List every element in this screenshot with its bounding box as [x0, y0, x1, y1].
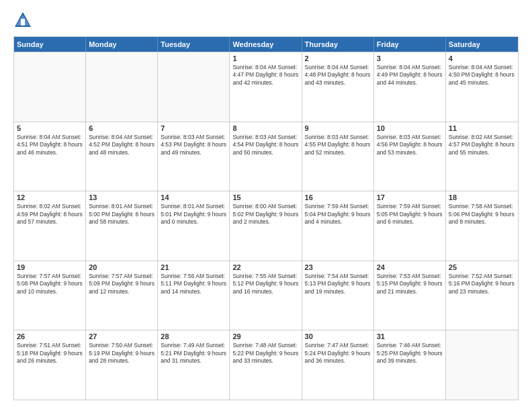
day-number: 10	[377, 124, 443, 132]
day-info: Sunrise: 8:03 AM Sunset: 4:54 PM Dayligh…	[232, 134, 298, 156]
day-info: Sunrise: 8:03 AM Sunset: 4:56 PM Dayligh…	[377, 134, 443, 156]
header-day-saturday: Saturday	[446, 37, 518, 52]
day-info: Sunrise: 7:49 AM Sunset: 5:21 PM Dayligh…	[161, 342, 226, 365]
day-info: Sunrise: 8:04 AM Sunset: 4:49 PM Dayligh…	[377, 64, 443, 87]
day-info: Sunrise: 8:04 AM Sunset: 4:50 PM Dayligh…	[449, 64, 515, 87]
day-cell-13: 13Sunrise: 8:01 AM Sunset: 5:00 PM Dayli…	[86, 191, 158, 261]
day-number: 6	[89, 124, 154, 132]
day-cell-25: 25Sunrise: 7:52 AM Sunset: 5:16 PM Dayli…	[446, 261, 518, 330]
day-number: 16	[305, 193, 371, 201]
header-day-friday: Friday	[374, 37, 446, 52]
day-number: 14	[161, 193, 226, 201]
day-number: 3	[377, 54, 443, 62]
calendar-body: 1Sunrise: 8:04 AM Sunset: 4:47 PM Daylig…	[14, 52, 518, 400]
day-number: 21	[161, 263, 226, 271]
day-info: Sunrise: 7:53 AM Sunset: 5:15 PM Dayligh…	[377, 273, 443, 295]
day-number: 8	[232, 124, 298, 132]
day-cell-2: 2Sunrise: 8:04 AM Sunset: 4:48 PM Daylig…	[302, 52, 374, 122]
day-cell-12: 12Sunrise: 8:02 AM Sunset: 4:59 PM Dayli…	[14, 191, 86, 261]
calendar-header: SundayMondayTuesdayWednesdayThursdayFrid…	[14, 37, 518, 52]
day-number: 31	[377, 332, 443, 340]
day-info: Sunrise: 8:03 AM Sunset: 4:55 PM Dayligh…	[305, 134, 371, 156]
day-number: 30	[305, 332, 371, 340]
day-cell-27: 27Sunrise: 7:50 AM Sunset: 5:19 PM Dayli…	[86, 330, 158, 400]
day-info: Sunrise: 8:01 AM Sunset: 5:01 PM Dayligh…	[161, 203, 226, 226]
day-cell-7: 7Sunrise: 8:03 AM Sunset: 4:53 PM Daylig…	[158, 122, 230, 191]
day-cell-23: 23Sunrise: 7:54 AM Sunset: 5:13 PM Dayli…	[302, 261, 374, 330]
empty-cell	[446, 330, 518, 400]
day-info: Sunrise: 7:57 AM Sunset: 5:09 PM Dayligh…	[89, 273, 154, 295]
day-number: 18	[449, 193, 515, 201]
day-cell-1: 1Sunrise: 8:04 AM Sunset: 4:47 PM Daylig…	[230, 52, 302, 122]
day-info: Sunrise: 7:57 AM Sunset: 5:08 PM Dayligh…	[17, 273, 83, 295]
logo	[13, 11, 35, 30]
day-info: Sunrise: 7:59 AM Sunset: 5:04 PM Dayligh…	[305, 203, 371, 226]
day-cell-22: 22Sunrise: 7:55 AM Sunset: 5:12 PM Dayli…	[230, 261, 302, 330]
header	[13, 11, 519, 30]
day-number: 24	[377, 263, 443, 271]
day-number: 15	[232, 193, 298, 201]
day-cell-30: 30Sunrise: 7:47 AM Sunset: 5:24 PM Dayli…	[302, 330, 374, 400]
day-cell-5: 5Sunrise: 8:04 AM Sunset: 4:51 PM Daylig…	[14, 122, 86, 191]
day-number: 26	[17, 332, 83, 340]
day-info: Sunrise: 7:47 AM Sunset: 5:24 PM Dayligh…	[305, 342, 371, 365]
day-info: Sunrise: 8:04 AM Sunset: 4:48 PM Dayligh…	[305, 64, 371, 87]
day-info: Sunrise: 8:04 AM Sunset: 4:51 PM Dayligh…	[17, 134, 83, 156]
day-info: Sunrise: 8:04 AM Sunset: 4:47 PM Dayligh…	[232, 64, 298, 87]
day-cell-29: 29Sunrise: 7:48 AM Sunset: 5:22 PM Dayli…	[230, 330, 302, 400]
logo-icon	[13, 11, 32, 30]
day-info: Sunrise: 7:48 AM Sunset: 5:22 PM Dayligh…	[232, 342, 298, 365]
day-number: 12	[17, 193, 83, 201]
day-cell-9: 9Sunrise: 8:03 AM Sunset: 4:55 PM Daylig…	[302, 122, 374, 191]
day-cell-10: 10Sunrise: 8:03 AM Sunset: 4:56 PM Dayli…	[374, 122, 446, 191]
day-info: Sunrise: 7:51 AM Sunset: 5:18 PM Dayligh…	[17, 342, 83, 365]
day-number: 19	[17, 263, 83, 271]
day-info: Sunrise: 7:46 AM Sunset: 5:25 PM Dayligh…	[377, 342, 443, 365]
day-cell-6: 6Sunrise: 8:04 AM Sunset: 4:52 PM Daylig…	[86, 122, 158, 191]
day-info: Sunrise: 7:58 AM Sunset: 5:06 PM Dayligh…	[449, 203, 515, 226]
day-cell-20: 20Sunrise: 7:57 AM Sunset: 5:09 PM Dayli…	[86, 261, 158, 330]
day-number: 27	[89, 332, 154, 340]
empty-cell	[86, 52, 158, 122]
empty-cell	[158, 52, 230, 122]
day-number: 4	[449, 54, 515, 62]
day-info: Sunrise: 8:04 AM Sunset: 4:52 PM Dayligh…	[89, 134, 154, 156]
day-cell-26: 26Sunrise: 7:51 AM Sunset: 5:18 PM Dayli…	[14, 330, 86, 400]
day-number: 1	[232, 54, 298, 62]
day-number: 22	[232, 263, 298, 271]
day-number: 25	[449, 263, 515, 271]
day-cell-14: 14Sunrise: 8:01 AM Sunset: 5:01 PM Dayli…	[158, 191, 230, 261]
week-row-3: 19Sunrise: 7:57 AM Sunset: 5:08 PM Dayli…	[14, 261, 518, 330]
day-cell-3: 3Sunrise: 8:04 AM Sunset: 4:49 PM Daylig…	[374, 52, 446, 122]
page: SundayMondayTuesdayWednesdayThursdayFrid…	[0, 0, 532, 411]
day-cell-16: 16Sunrise: 7:59 AM Sunset: 5:04 PM Dayli…	[302, 191, 374, 261]
day-info: Sunrise: 7:52 AM Sunset: 5:16 PM Dayligh…	[449, 273, 515, 295]
day-number: 29	[232, 332, 298, 340]
day-info: Sunrise: 7:50 AM Sunset: 5:19 PM Dayligh…	[89, 342, 154, 365]
day-number: 5	[17, 124, 83, 132]
header-day-thursday: Thursday	[302, 37, 374, 52]
header-day-wednesday: Wednesday	[230, 37, 302, 52]
day-info: Sunrise: 7:55 AM Sunset: 5:12 PM Dayligh…	[232, 273, 298, 295]
day-info: Sunrise: 8:02 AM Sunset: 4:57 PM Dayligh…	[449, 134, 515, 156]
day-cell-31: 31Sunrise: 7:46 AM Sunset: 5:25 PM Dayli…	[374, 330, 446, 400]
day-number: 17	[377, 193, 443, 201]
week-row-0: 1Sunrise: 8:04 AM Sunset: 4:47 PM Daylig…	[14, 52, 518, 122]
day-cell-18: 18Sunrise: 7:58 AM Sunset: 5:06 PM Dayli…	[446, 191, 518, 261]
week-row-2: 12Sunrise: 8:02 AM Sunset: 4:59 PM Dayli…	[14, 191, 518, 261]
day-cell-17: 17Sunrise: 7:59 AM Sunset: 5:05 PM Dayli…	[374, 191, 446, 261]
day-number: 7	[161, 124, 226, 132]
day-number: 9	[305, 124, 371, 132]
day-number: 23	[305, 263, 371, 271]
day-number: 28	[161, 332, 226, 340]
day-info: Sunrise: 7:56 AM Sunset: 5:11 PM Dayligh…	[161, 273, 226, 295]
day-cell-21: 21Sunrise: 7:56 AM Sunset: 5:11 PM Dayli…	[158, 261, 230, 330]
day-cell-8: 8Sunrise: 8:03 AM Sunset: 4:54 PM Daylig…	[230, 122, 302, 191]
day-cell-11: 11Sunrise: 8:02 AM Sunset: 4:57 PM Dayli…	[446, 122, 518, 191]
week-row-1: 5Sunrise: 8:04 AM Sunset: 4:51 PM Daylig…	[14, 122, 518, 191]
header-day-monday: Monday	[86, 37, 158, 52]
day-cell-4: 4Sunrise: 8:04 AM Sunset: 4:50 PM Daylig…	[446, 52, 518, 122]
day-cell-24: 24Sunrise: 7:53 AM Sunset: 5:15 PM Dayli…	[374, 261, 446, 330]
header-day-sunday: Sunday	[14, 37, 86, 52]
day-number: 20	[89, 263, 154, 271]
